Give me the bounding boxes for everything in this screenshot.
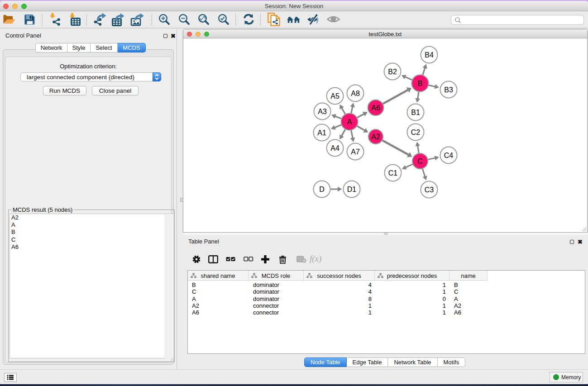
svg-text:A6: A6 <box>371 104 380 111</box>
svg-text:B4: B4 <box>425 51 434 58</box>
svg-text:C3: C3 <box>425 186 434 193</box>
svg-text:A7: A7 <box>351 148 360 155</box>
svg-text:A: A <box>347 118 352 125</box>
svg-text:A5: A5 <box>330 92 339 100</box>
svg-text:C1: C1 <box>388 169 398 176</box>
svg-text:A3: A3 <box>318 107 327 115</box>
svg-text:B1: B1 <box>411 108 420 116</box>
svg-text:B: B <box>418 79 423 87</box>
svg-text:C: C <box>417 157 423 165</box>
svg-text:A1: A1 <box>317 129 326 136</box>
svg-text:C2: C2 <box>411 128 421 136</box>
svg-text:B2: B2 <box>388 67 397 75</box>
svg-text:D1: D1 <box>347 185 357 193</box>
svg-text:A2: A2 <box>371 133 380 140</box>
svg-text:C4: C4 <box>444 151 454 159</box>
svg-text:D: D <box>319 185 325 193</box>
svg-text:A4: A4 <box>330 144 339 152</box>
svg-text:A8: A8 <box>351 89 360 97</box>
svg-text:B3: B3 <box>444 86 453 93</box>
